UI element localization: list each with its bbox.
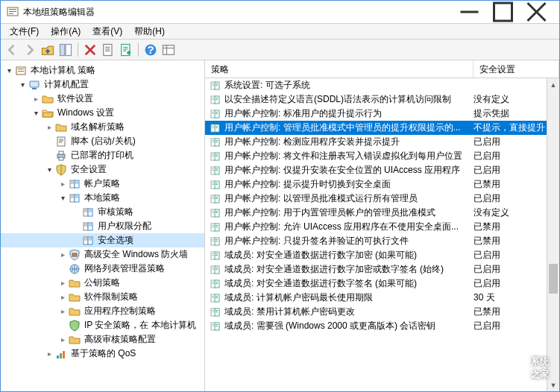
policy-item-icon bbox=[210, 94, 221, 106]
list-row[interactable]: 用户帐户控制: 只提升签名并验证的可执行文件已禁用 bbox=[205, 234, 559, 248]
svg-rect-25 bbox=[57, 137, 65, 146]
tree-account-policies[interactable]: 帐户策略 bbox=[1, 177, 204, 191]
tree-policy-qos-icon bbox=[55, 348, 67, 360]
up-button[interactable] bbox=[40, 42, 56, 58]
svg-rect-137 bbox=[215, 296, 218, 297]
list-row[interactable]: 域成员: 对安全通道数据进行数字加密 (如果可能)已启用 bbox=[205, 248, 559, 262]
expander-icon[interactable] bbox=[57, 278, 68, 288]
tree-security-options[interactable]: 安全选项 bbox=[1, 233, 204, 247]
tree-computer-config[interactable]: 计算机配置 bbox=[1, 78, 204, 92]
tree-audit-policy[interactable]: 审核策略 bbox=[1, 205, 204, 219]
list-row[interactable]: 用户帐户控制: 以管理员批准模式运行所有管理员已启用 bbox=[205, 192, 559, 206]
expander-icon[interactable] bbox=[31, 108, 41, 118]
expander-icon[interactable] bbox=[57, 292, 68, 303]
svg-rect-109 bbox=[215, 227, 218, 227]
list-row[interactable]: 用户帐户控制: 将文件和注册表写入错误虚拟化到每用户位置已启用 bbox=[205, 149, 559, 163]
tree-scripts[interactable]: 脚本 (启动/关机) bbox=[1, 134, 204, 148]
tree-windows-settings[interactable]: Windows 设置 bbox=[1, 106, 204, 120]
delete-button[interactable] bbox=[82, 42, 98, 58]
list-row[interactable]: 以安全描述符定义语言(SDDL)语法表示的计算机访问限制没有定义 bbox=[205, 92, 559, 107]
svg-rect-21 bbox=[18, 69, 24, 69]
list-row[interactable]: 用户帐户控制: 允许 UIAccess 应用程序在不使用安全桌面...已禁用 bbox=[205, 220, 559, 234]
policy-item-icon bbox=[210, 306, 221, 318]
scroll-thumb[interactable] bbox=[549, 264, 558, 294]
tree-node-label: 安全设置 bbox=[69, 162, 108, 177]
expander-icon[interactable] bbox=[44, 122, 54, 133]
svg-rect-59 bbox=[215, 112, 218, 113]
tree-user-rights[interactable]: 用户权限分配 bbox=[1, 219, 204, 233]
expander-icon[interactable] bbox=[17, 80, 28, 90]
expander-icon[interactable] bbox=[57, 306, 68, 317]
list-row[interactable]: 域成员: 计算机帐户密码最长使用期限30 天 bbox=[205, 291, 559, 305]
export-button[interactable] bbox=[100, 42, 116, 58]
list-row[interactable]: 域成员: 对安全通道数据进行数字加密或数字签名 (始终)已启用 bbox=[205, 262, 559, 276]
tree-local-policies-icon bbox=[69, 192, 81, 204]
tree-security-settings[interactable]: 安全设置 bbox=[1, 162, 204, 177]
expander-icon[interactable] bbox=[44, 349, 54, 359]
svg-rect-114 bbox=[212, 241, 214, 241]
list-row[interactable]: 域成员: 需要强 (Windows 2000 或更高版本) 会话密钥已启用 bbox=[205, 319, 559, 333]
list-row[interactable]: 域成员: 禁用计算机帐户密码更改已禁用 bbox=[205, 305, 559, 319]
tree-advanced-audit[interactable]: 高级审核策略配置 bbox=[1, 332, 204, 347]
list-row[interactable]: 用户帐户控制: 仅提升安装在安全位置的 UIAccess 应用程序已启用 bbox=[205, 163, 559, 177]
list-row[interactable]: 用户帐户控制: 用于内置管理员帐户的管理员批准模式没有定义 bbox=[205, 206, 559, 220]
properties-button[interactable] bbox=[118, 42, 134, 58]
scroll-down-button[interactable]: ▼ bbox=[547, 379, 559, 391]
tree-advanced-firewall[interactable]: 高级安全 Windows 防火墙 bbox=[1, 247, 204, 262]
list-row[interactable]: 域成员: 对安全通道数据进行数字签名 (如果可能)已启用 bbox=[205, 276, 559, 291]
tree-network-list[interactable]: 网络列表管理器策略 bbox=[1, 262, 204, 276]
list-row[interactable]: 用户帐户控制: 标准用户的提升提示行为提示凭据 bbox=[205, 107, 559, 121]
tree-root[interactable]: 本地计算机 策略 bbox=[1, 63, 204, 78]
tree-public-key[interactable]: 公钥策略 bbox=[1, 276, 204, 290]
expander-icon[interactable] bbox=[31, 94, 41, 104]
scroll-track[interactable] bbox=[547, 91, 559, 379]
svg-rect-17 bbox=[163, 45, 174, 54]
expander-icon[interactable] bbox=[57, 193, 68, 203]
list-row[interactable]: 用户帐户控制: 管理员批准模式中管理员的提升权限提示的...不提示，直接提升 bbox=[205, 121, 559, 135]
back-button[interactable] bbox=[4, 42, 20, 58]
list-row[interactable]: 用户帐户控制: 提示提升时切换到安全桌面已禁用 bbox=[205, 177, 559, 192]
tree-deployed-printers[interactable]: 已部署的打印机 bbox=[1, 148, 204, 162]
close-button[interactable] bbox=[520, 1, 553, 23]
vertical-scrollbar[interactable]: ▲ ▼ bbox=[547, 78, 559, 391]
tree-app-control[interactable]: 应用程序控制策略 bbox=[1, 304, 204, 318]
svg-rect-1 bbox=[9, 9, 16, 10]
tree-node-label: 安全选项 bbox=[96, 233, 135, 247]
tree-policy-qos[interactable]: 基于策略的 QoS bbox=[1, 347, 204, 361]
menu-file[interactable]: 文件(F) bbox=[4, 24, 45, 39]
expander-icon[interactable] bbox=[4, 66, 14, 76]
expander-icon[interactable] bbox=[57, 250, 68, 260]
tree-ip-security[interactable]: IP 安全策略，在 本地计算机 bbox=[1, 318, 204, 332]
menu-view[interactable]: 查看(V) bbox=[86, 24, 128, 39]
tree-local-policies[interactable]: 本地策略 bbox=[1, 191, 204, 205]
tree-name-resolution[interactable]: 域名解析策略 bbox=[1, 120, 204, 134]
policy-item-icon bbox=[210, 193, 221, 205]
list-row[interactable]: 系统设置: 可选子系统 bbox=[205, 78, 559, 92]
maximize-button[interactable] bbox=[486, 1, 520, 23]
minimize-button[interactable] bbox=[453, 1, 486, 23]
list-body[interactable]: 系统设置: 可选子系统以安全描述符定义语言(SDDL)语法表示的计算机访问限制没… bbox=[205, 78, 559, 391]
tree-software-settings[interactable]: 软件设置 bbox=[1, 92, 204, 106]
svg-rect-144 bbox=[212, 312, 214, 312]
svg-rect-60 bbox=[212, 113, 214, 114]
list-row[interactable]: 用户帐户控制: 检测应用程序安装并提示提升已启用 bbox=[205, 135, 559, 149]
column-header-setting[interactable]: 安全设置 bbox=[474, 60, 559, 78]
tree-software-restriction[interactable]: 软件限制策略 bbox=[1, 290, 204, 304]
expander-icon[interactable] bbox=[57, 179, 68, 189]
view-options-button[interactable] bbox=[160, 42, 177, 58]
help-button[interactable]: ? bbox=[142, 42, 159, 58]
tree-pane[interactable]: 本地计算机 策略计算机配置软件设置Windows 设置域名解析策略脚本 (启动/… bbox=[1, 60, 205, 391]
scroll-up-button[interactable]: ▲ bbox=[547, 78, 559, 91]
show-hide-tree-button[interactable] bbox=[57, 42, 74, 58]
tree-node-label: 软件限制策略 bbox=[83, 290, 139, 304]
column-header-policy[interactable]: 策略 bbox=[205, 60, 474, 78]
expander-icon[interactable] bbox=[57, 335, 68, 345]
svg-rect-145 bbox=[215, 312, 218, 312]
tree-ip-security-icon bbox=[69, 320, 81, 332]
tree-audit-policy-icon bbox=[82, 206, 94, 218]
tree-node-label: 用户权限分配 bbox=[96, 219, 153, 233]
menu-help[interactable]: 帮助(H) bbox=[128, 24, 171, 39]
forward-button[interactable] bbox=[22, 42, 38, 58]
expander-icon[interactable] bbox=[44, 165, 54, 175]
menu-action[interactable]: 操作(A) bbox=[45, 24, 86, 39]
